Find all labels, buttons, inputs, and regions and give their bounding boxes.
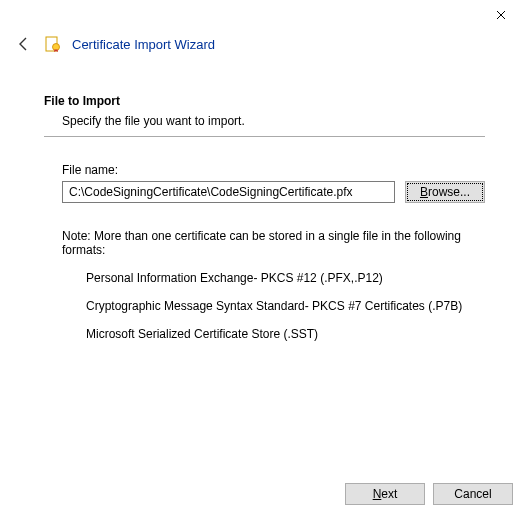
wizard-content: File to Import Specify the file you want… — [0, 64, 529, 341]
divider — [44, 136, 485, 137]
close-button[interactable] — [481, 1, 521, 29]
wizard-footer: Next Cancel — [345, 483, 513, 505]
titlebar — [0, 0, 529, 30]
file-name-label: File name: — [62, 163, 485, 177]
certificate-icon — [44, 35, 62, 53]
svg-point-3 — [53, 44, 60, 51]
note-format: Microsoft Serialized Certificate Store (… — [86, 327, 485, 341]
section-subheading: Specify the file you want to import. — [62, 114, 485, 128]
file-name-input[interactable] — [62, 181, 395, 203]
browse-button[interactable]: Browse... — [405, 181, 485, 203]
section-heading: File to Import — [44, 94, 485, 108]
wizard-title: Certificate Import Wizard — [72, 37, 215, 52]
note-format: Cryptographic Message Syntax Standard- P… — [86, 299, 485, 313]
back-button[interactable] — [14, 34, 34, 54]
wizard-header: Certificate Import Wizard — [0, 30, 529, 64]
cancel-button[interactable]: Cancel — [433, 483, 513, 505]
note-format: Personal Information Exchange- PKCS #12 … — [86, 271, 485, 285]
note-intro: Note: More than one certificate can be s… — [62, 229, 485, 257]
next-button[interactable]: Next — [345, 483, 425, 505]
